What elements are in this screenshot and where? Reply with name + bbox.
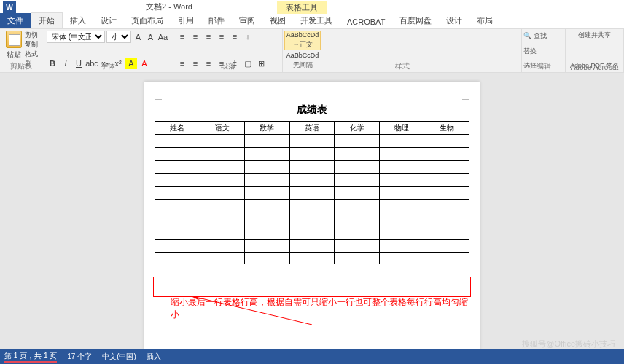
sort-icon[interactable]: ↓ — [242, 31, 254, 42]
table-cell[interactable] — [335, 213, 380, 226]
table-cell[interactable] — [245, 200, 290, 213]
tab-insert[interactable]: 插入 — [63, 13, 93, 28]
table-cell[interactable] — [245, 135, 290, 148]
tab-home[interactable]: 开始 — [31, 12, 63, 28]
table-cell-compressed[interactable] — [289, 253, 335, 258]
font-name-select[interactable]: 宋体 (中文正) — [47, 31, 105, 43]
table-cell[interactable] — [155, 226, 200, 240]
table-cell[interactable] — [379, 240, 424, 253]
table-header[interactable]: 生物 — [424, 122, 469, 135]
table-cell[interactable] — [155, 174, 200, 187]
table-cell[interactable] — [200, 200, 245, 213]
table-cell[interactable] — [289, 187, 335, 200]
table-cell[interactable] — [289, 135, 335, 148]
table-cell-compressed[interactable] — [335, 253, 380, 258]
table-cell[interactable] — [289, 174, 335, 187]
table-cell[interactable] — [155, 240, 200, 253]
table-cell[interactable] — [200, 135, 245, 148]
paste-button[interactable]: 粘贴 — [3, 31, 25, 61]
tab-mailings[interactable]: 邮件 — [201, 13, 232, 28]
table-cell[interactable] — [424, 200, 469, 213]
table-cell-compressed[interactable] — [200, 253, 245, 258]
table-cell[interactable] — [424, 135, 469, 148]
tab-file[interactable]: 文件 — [0, 13, 31, 28]
tab-table-design[interactable]: 设计 — [439, 13, 469, 28]
table-cell[interactable] — [289, 226, 335, 240]
table-cell[interactable] — [200, 174, 245, 187]
table-cell[interactable] — [200, 240, 245, 253]
status-language[interactable]: 中文(中国) — [102, 352, 136, 362]
table-cell[interactable] — [424, 240, 469, 253]
status-page[interactable]: 第 1 页，共 1 页 — [4, 351, 57, 363]
status-insert[interactable]: 插入 — [147, 352, 161, 362]
table-cell[interactable] — [155, 187, 200, 200]
table-cell[interactable] — [155, 200, 200, 213]
table-cell-compressed[interactable] — [155, 258, 200, 264]
tab-table-layout[interactable]: 布局 — [469, 13, 500, 28]
table-cell[interactable] — [379, 135, 424, 148]
table-cell[interactable] — [379, 213, 424, 226]
table-cell[interactable] — [335, 148, 380, 161]
indent-dec-icon[interactable]: ≡ — [216, 31, 227, 42]
table-header[interactable]: 语文 — [200, 122, 245, 135]
tab-developer[interactable]: 开发工具 — [293, 13, 340, 28]
style-标题 1[interactable]: AaBb(标题 1 — [284, 71, 321, 72]
table-cell[interactable] — [245, 148, 290, 161]
tab-acrobat[interactable]: ACROBAT — [340, 15, 392, 28]
table-cell[interactable] — [289, 213, 335, 226]
table-cell[interactable] — [424, 213, 469, 226]
table-cell[interactable] — [335, 161, 380, 174]
table-cell-compressed[interactable] — [379, 253, 424, 258]
table-cell[interactable] — [289, 240, 335, 253]
table-cell[interactable] — [335, 135, 380, 148]
table-cell[interactable] — [245, 240, 290, 253]
table-cell[interactable] — [379, 200, 424, 213]
table-cell[interactable] — [200, 161, 245, 174]
table-cell[interactable] — [335, 200, 380, 213]
tab-design[interactable]: 设计 — [93, 13, 124, 28]
grow-font-icon[interactable]: A — [133, 31, 144, 43]
table-cell[interactable] — [155, 148, 200, 161]
table-cell[interactable] — [379, 226, 424, 240]
table-cell[interactable] — [335, 174, 380, 187]
table-cell[interactable] — [245, 226, 290, 240]
table-cell[interactable] — [289, 161, 335, 174]
table-cell[interactable] — [424, 187, 469, 200]
tab-view[interactable]: 视图 — [262, 13, 293, 28]
table-header[interactable]: 化学 — [335, 122, 380, 135]
indent-inc-icon[interactable]: ≡ — [229, 31, 241, 42]
table-cell[interactable] — [245, 187, 290, 200]
change-case-icon[interactable]: Aa — [157, 31, 168, 43]
replace-button[interactable]: 替换 — [523, 46, 563, 56]
table-cell[interactable] — [424, 148, 469, 161]
table-cell[interactable] — [379, 148, 424, 161]
tab-baidu[interactable]: 百度网盘 — [392, 13, 439, 28]
table-cell-compressed[interactable] — [424, 258, 469, 264]
table-cell[interactable] — [155, 135, 200, 148]
table-cell-compressed[interactable] — [155, 253, 200, 258]
table-cell[interactable] — [200, 213, 245, 226]
table-cell[interactable] — [200, 148, 245, 161]
table-cell[interactable] — [200, 187, 245, 200]
tab-review[interactable]: 审阅 — [232, 13, 262, 28]
table-cell[interactable] — [245, 174, 290, 187]
table-cell[interactable] — [424, 161, 469, 174]
table-cell[interactable] — [379, 174, 424, 187]
table-cell-compressed[interactable] — [289, 258, 335, 264]
table-cell[interactable] — [289, 148, 335, 161]
document-area[interactable]: 成绩表 姓名语文数学英语化学物理生物 缩小最后一行表格行高，根据自需可只缩小一行… — [0, 73, 624, 349]
table-cell[interactable] — [289, 200, 335, 213]
table-cell[interactable] — [245, 161, 290, 174]
tab-layout[interactable]: 页面布局 — [124, 13, 171, 28]
style-→正文[interactable]: AaBbCcDd→正文 — [284, 31, 321, 50]
table-cell[interactable] — [379, 187, 424, 200]
table-cell-compressed[interactable] — [424, 253, 469, 258]
multilevel-icon[interactable]: ≡ — [203, 31, 214, 42]
table-cell[interactable] — [424, 226, 469, 240]
copy-button[interactable]: 复制 — [25, 40, 42, 50]
status-words[interactable]: 17 个字 — [67, 352, 92, 362]
font-size-select[interactable]: 小三 — [106, 31, 131, 43]
table-cell[interactable] — [155, 213, 200, 226]
table-cell-compressed[interactable] — [379, 258, 424, 264]
table-cell-compressed[interactable] — [245, 258, 290, 264]
